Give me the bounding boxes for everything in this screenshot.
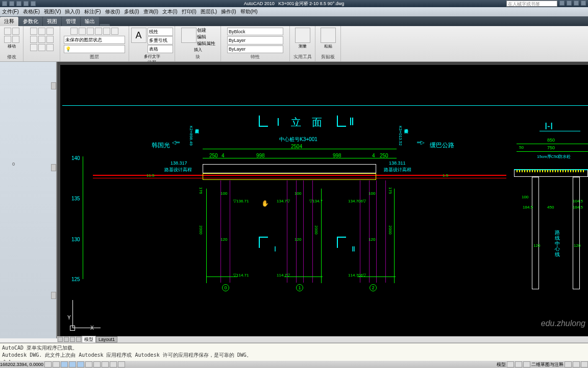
layer-prop-icon[interactable] bbox=[70, 28, 78, 35]
layer-dropdown[interactable]: 💡 bbox=[64, 45, 125, 53]
menu-mline[interactable]: 多线(I) bbox=[122, 8, 141, 15]
ducs-toggle[interactable] bbox=[93, 361, 101, 367]
menu-table[interactable]: 表格(E) bbox=[21, 8, 42, 15]
sect-bracket-lb bbox=[259, 126, 268, 127]
palette-scroll-up-icon[interactable] bbox=[51, 82, 56, 89]
table-button[interactable]: 表格 bbox=[148, 45, 173, 53]
trim-icon[interactable] bbox=[30, 28, 37, 35]
layer-more-icon[interactable] bbox=[111, 28, 118, 35]
pier-2r-l bbox=[376, 180, 377, 283]
scale-icon[interactable] bbox=[38, 36, 45, 43]
tab-annotate[interactable]: 注释 bbox=[0, 17, 18, 26]
panel-clip-title: 剪贴板 bbox=[321, 54, 335, 60]
sect-bracket-l bbox=[259, 116, 260, 127]
ws-dropdown-icon[interactable] bbox=[565, 361, 572, 367]
linetype-dropdown[interactable]: ByLayer bbox=[227, 45, 283, 53]
span-line bbox=[203, 158, 397, 158]
qat-open-icon[interactable] bbox=[16, 1, 21, 6]
snap-toggle[interactable] bbox=[44, 361, 52, 367]
menu-print[interactable]: 打印(I) bbox=[180, 8, 199, 15]
sb-lock-icon[interactable] bbox=[573, 361, 580, 367]
app-menu-icon[interactable] bbox=[2, 1, 7, 6]
create-block-button[interactable]: 创建 bbox=[197, 27, 215, 34]
layout-tab-layout1[interactable]: Layout1 bbox=[96, 336, 117, 342]
otrack-toggle[interactable] bbox=[85, 361, 92, 367]
annoscale-icon[interactable] bbox=[523, 361, 530, 367]
palette-scroll-icon[interactable] bbox=[51, 292, 56, 299]
layout-first-icon[interactable] bbox=[58, 337, 63, 342]
pile-h-0: 2000 bbox=[199, 225, 203, 235]
menu-layer[interactable]: 图层(L) bbox=[199, 8, 219, 15]
menu-modify[interactable]: 修改(I) bbox=[103, 8, 122, 15]
layer-off-icon[interactable] bbox=[103, 28, 110, 35]
layer-lock-icon[interactable] bbox=[95, 28, 102, 35]
help-icon[interactable] bbox=[559, 1, 565, 6]
max-icon[interactable] bbox=[574, 1, 579, 6]
color-dropdown[interactable]: ByBlock bbox=[227, 28, 283, 35]
menu-dim[interactable]: 标注(F) bbox=[82, 8, 103, 15]
layer-iso-icon[interactable] bbox=[79, 28, 86, 35]
menu-query[interactable]: 查询(I) bbox=[141, 8, 160, 15]
workspace-label[interactable]: 二维草图与注释 bbox=[531, 361, 564, 368]
lineweight-dropdown[interactable]: ByLayer bbox=[227, 36, 283, 44]
tab-param[interactable]: 参数化 bbox=[19, 17, 42, 26]
ortho-toggle[interactable] bbox=[61, 361, 68, 367]
qat-new-icon[interactable] bbox=[9, 1, 14, 6]
linear-dim-button[interactable]: 线性 bbox=[148, 28, 173, 36]
sb-clean-icon[interactable] bbox=[581, 361, 588, 367]
paste-icon[interactable] bbox=[321, 28, 336, 43]
min-icon[interactable] bbox=[567, 1, 572, 6]
coords-display[interactable]: 168202.3394, 0.0000 bbox=[0, 362, 43, 367]
menu-help[interactable]: 帮助(H) bbox=[238, 8, 260, 15]
stretch-icon[interactable] bbox=[38, 44, 45, 51]
polar-toggle[interactable] bbox=[69, 361, 76, 367]
layout-prev-icon[interactable] bbox=[64, 337, 69, 342]
measure-icon[interactable] bbox=[295, 28, 310, 43]
rotate-icon[interactable] bbox=[12, 36, 19, 43]
array-icon[interactable] bbox=[46, 36, 54, 43]
edit-block-button[interactable]: 编辑 bbox=[197, 34, 215, 40]
menu-text[interactable]: 文本(I) bbox=[160, 8, 179, 15]
lwt-toggle[interactable] bbox=[110, 361, 117, 367]
menu-op[interactable]: 操作(I) bbox=[219, 8, 238, 15]
menu-file[interactable]: 文件(F) bbox=[0, 8, 21, 15]
line-icon[interactable] bbox=[4, 28, 11, 35]
layer-freeze-icon[interactable] bbox=[87, 28, 94, 35]
qat-save-icon[interactable] bbox=[23, 1, 29, 6]
sb-btn-2[interactable] bbox=[515, 361, 522, 367]
tab-output[interactable]: 输出 bbox=[81, 17, 99, 26]
model-space-label[interactable]: 模型 bbox=[497, 361, 506, 368]
palette-scroll-down-icon[interactable] bbox=[51, 164, 56, 171]
grid-toggle[interactable] bbox=[53, 361, 60, 367]
osnap-toggle[interactable] bbox=[77, 361, 84, 367]
qat-print-icon[interactable] bbox=[31, 1, 36, 6]
command-line[interactable]: AutoCAD 菜单实用程序已加载。 Autodesk DWG. 此文件上次由 … bbox=[0, 342, 588, 361]
mleader-button[interactable]: 多重引线 bbox=[148, 36, 173, 44]
drawing-area[interactable]: Ⅰ 立 面 Ⅱ Ⅰ-Ⅰ 中心桩号K3+001 韩国光 ◁═ 缓巴公路 ═▷ 1 bbox=[57, 62, 588, 338]
text-icon[interactable]: A bbox=[131, 28, 146, 43]
search-input[interactable]: 在人械字或书签 bbox=[506, 1, 557, 7]
menu-view[interactable]: 视图(V) bbox=[42, 8, 63, 15]
erase-icon[interactable] bbox=[46, 44, 54, 51]
fillet-icon[interactable] bbox=[46, 28, 54, 35]
layer-state-dropdown[interactable]: 未保存的图层状态 bbox=[64, 36, 125, 44]
insert-block-icon[interactable] bbox=[181, 28, 197, 43]
sb-btn-1[interactable] bbox=[507, 361, 514, 367]
elev-135: 135 bbox=[71, 196, 80, 201]
layout-last-icon[interactable] bbox=[76, 337, 81, 342]
dyn-toggle[interactable] bbox=[102, 361, 109, 367]
edit-attr-button[interactable]: 编辑属性 bbox=[197, 40, 215, 47]
copy-icon[interactable] bbox=[4, 36, 11, 43]
menu-insert[interactable]: 插入(I) bbox=[63, 8, 82, 15]
mirror-icon[interactable] bbox=[30, 36, 37, 43]
layout-next-icon[interactable] bbox=[70, 337, 75, 342]
tool-palette[interactable]: 0 bbox=[0, 62, 57, 338]
offset-icon[interactable] bbox=[30, 44, 37, 51]
qp-toggle[interactable] bbox=[118, 361, 125, 367]
close-icon[interactable] bbox=[581, 1, 586, 6]
tab-manage[interactable]: 管理 bbox=[62, 17, 80, 26]
move-icon[interactable] bbox=[12, 28, 19, 35]
app-name: AutoCAD 2010 bbox=[244, 1, 275, 6]
tab-view[interactable]: 视图 bbox=[43, 17, 61, 26]
extend-icon[interactable] bbox=[38, 28, 45, 35]
